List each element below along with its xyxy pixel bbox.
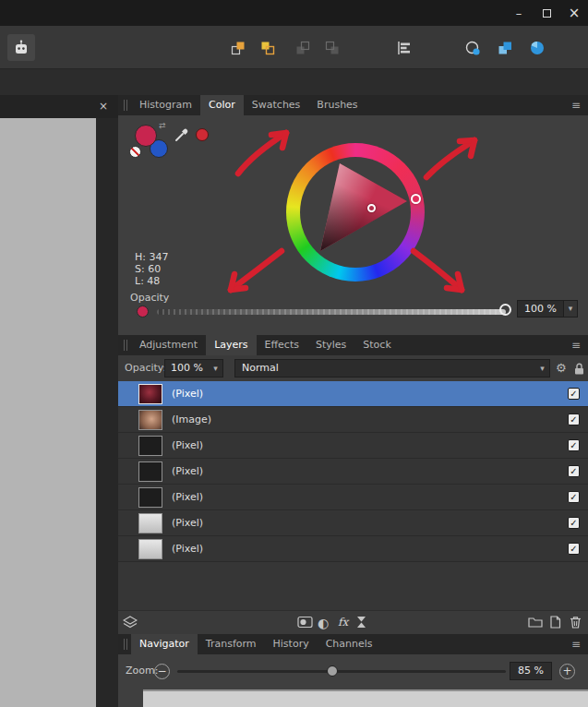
pixel-alignment-button[interactable]	[492, 36, 518, 60]
layer-row[interactable]: (Pixel) ✓	[118, 381, 588, 407]
layer-visibility-checkbox[interactable]: ✓	[568, 439, 580, 451]
group-layers-icon[interactable]	[528, 616, 543, 628]
move-whole-pixels-button[interactable]	[524, 36, 550, 60]
arrange-backward-button[interactable]	[290, 36, 316, 60]
layer-visibility-checkbox[interactable]: ✓	[568, 491, 580, 503]
panel-menu-icon[interactable]: ≡	[564, 95, 588, 115]
arrange-forward-icon	[260, 41, 275, 55]
snapping-button[interactable]	[460, 36, 486, 60]
tab-styles[interactable]: Styles	[307, 335, 354, 355]
layer-row[interactable]: (Pixel) ✓	[118, 433, 588, 459]
hue-marker[interactable]	[411, 194, 421, 204]
tab-color[interactable]: Color	[200, 95, 244, 115]
chevron-down-icon[interactable]: ▾	[563, 301, 577, 317]
delete-layer-trash-icon[interactable]	[570, 616, 582, 629]
minimize-button[interactable]: –	[507, 4, 531, 22]
layer-row[interactable]: (Pixel) ✓	[118, 510, 588, 536]
adjustment-layer-icon[interactable]: ◐	[318, 616, 329, 630]
panel-menu-icon[interactable]: ≡	[564, 335, 588, 355]
eyedropper-icon[interactable]	[174, 126, 190, 143]
layer-visibility-checkbox[interactable]: ✓	[568, 543, 580, 555]
mask-layer-icon[interactable]	[297, 616, 313, 629]
panel-grip[interactable]	[124, 639, 127, 650]
layer-row[interactable]: (Pixel) ✓	[118, 536, 588, 562]
layers-stack-icon[interactable]	[123, 616, 138, 629]
arrange-to-front-button[interactable]	[225, 36, 251, 60]
layer-visibility-checkbox[interactable]: ✓	[568, 465, 580, 477]
layer-label: (Pixel)	[172, 543, 203, 555]
navigator-panel-tabbar: Navigator Transform History Channels ≡	[118, 634, 588, 654]
new-layer-icon[interactable]	[549, 616, 561, 629]
tab-channels[interactable]: Channels	[318, 634, 381, 654]
layer-visibility-checkbox[interactable]: ✓	[568, 413, 580, 425]
tab-transform[interactable]: Transform	[198, 634, 265, 654]
close-icon: ×	[99, 100, 108, 113]
opacity-slider-handle[interactable]	[499, 304, 511, 316]
layer-effects-icon[interactable]: fx	[338, 616, 348, 629]
tab-history[interactable]: History	[265, 634, 318, 654]
panel-divider	[96, 118, 118, 707]
arrange-forward-button[interactable]	[255, 36, 281, 60]
layers-opacity-label: Opacity:	[125, 355, 166, 381]
zoom-value-box[interactable]: 85 %	[510, 662, 552, 680]
hsl-readout: H: 347 S: 60 L: 48	[135, 251, 168, 287]
layer-visibility-checkbox[interactable]: ✓	[568, 517, 580, 529]
tab-stock[interactable]: Stock	[354, 335, 399, 355]
arrange-to-back-button[interactable]	[319, 36, 345, 60]
tab-brushes[interactable]: Brushes	[308, 95, 366, 115]
layer-row[interactable]: (Image) ✓	[118, 407, 588, 433]
no-color-swatch[interactable]	[129, 146, 141, 158]
color-marker[interactable]	[367, 204, 376, 212]
opacity-value-box[interactable]: 100 % ▾	[517, 300, 578, 318]
foreground-color-swatch[interactable]	[135, 125, 157, 147]
layers-list: (Pixel) ✓ (Image) ✓ (Pixel) ✓ (Pixel) ✓ …	[118, 381, 588, 562]
lock-icon[interactable]	[574, 363, 584, 375]
color-wheel[interactable]	[286, 143, 425, 282]
blend-mode-dropdown[interactable]: Normal ▾	[234, 359, 550, 377]
navigator-preview	[118, 688, 588, 707]
tab-effects[interactable]: Effects	[257, 335, 307, 355]
layers-panel-tabbar: Adjustment Layers Effects Styles Stock ≡	[118, 335, 588, 355]
swap-colors-icon[interactable]: ⇄	[159, 121, 166, 130]
layer-thumbnail	[138, 487, 162, 508]
layer-thumbnail	[138, 384, 162, 404]
tab-histogram[interactable]: Histogram	[131, 95, 200, 115]
zoom-slider[interactable]	[177, 670, 506, 673]
affinity-photo-window: – ×	[0, 0, 588, 707]
layer-thumbnail	[138, 410, 162, 430]
panel-menu-icon[interactable]: ≡	[564, 634, 588, 654]
zoom-value: 85 %	[510, 663, 551, 679]
layer-thumbnail	[138, 436, 162, 456]
layer-row[interactable]: (Pixel) ✓	[118, 459, 588, 485]
opacity-slider[interactable]	[157, 309, 506, 315]
toolbar-context-strip	[0, 69, 588, 95]
document-canvas[interactable]	[0, 118, 96, 707]
tab-navigator[interactable]: Navigator	[131, 634, 198, 654]
pixel-alignment-icon	[497, 40, 513, 56]
panel-grip[interactable]	[124, 100, 127, 111]
close-button[interactable]: ×	[562, 4, 586, 22]
zoom-in-button[interactable]: +	[559, 664, 575, 679]
navigator-panel: Zoom: − 85 % +	[118, 654, 588, 688]
tab-adjustment[interactable]: Adjustment	[131, 335, 206, 355]
minimize-icon: –	[516, 6, 522, 20]
navigator-preview-thumbnail[interactable]	[143, 689, 588, 707]
zoom-out-button[interactable]: −	[154, 664, 170, 679]
zoom-slider-handle[interactable]	[327, 665, 338, 677]
picked-color-swatch[interactable]	[196, 128, 209, 141]
document-view-header: ×	[0, 95, 118, 118]
live-filter-icon[interactable]	[356, 616, 366, 629]
layer-visibility-checkbox[interactable]: ✓	[568, 388, 580, 400]
layers-opacity-dropdown[interactable]: 100 % ▾	[164, 359, 223, 377]
blend-options-gear-icon[interactable]: ⚙	[556, 355, 567, 381]
panel-close-button[interactable]: ×	[96, 99, 111, 114]
tab-swatches[interactable]: Swatches	[244, 95, 309, 115]
restore-button[interactable]	[534, 4, 558, 22]
assistant-button[interactable]	[7, 34, 35, 61]
panel-grip[interactable]	[124, 340, 127, 351]
layer-row[interactable]: (Pixel) ✓	[118, 485, 588, 510]
layers-controls: Opacity: 100 % ▾ Normal ▾ ⚙	[118, 355, 588, 381]
layer-thumbnail	[138, 461, 162, 482]
alignment-button[interactable]	[391, 36, 417, 60]
tab-layers[interactable]: Layers	[206, 335, 256, 355]
